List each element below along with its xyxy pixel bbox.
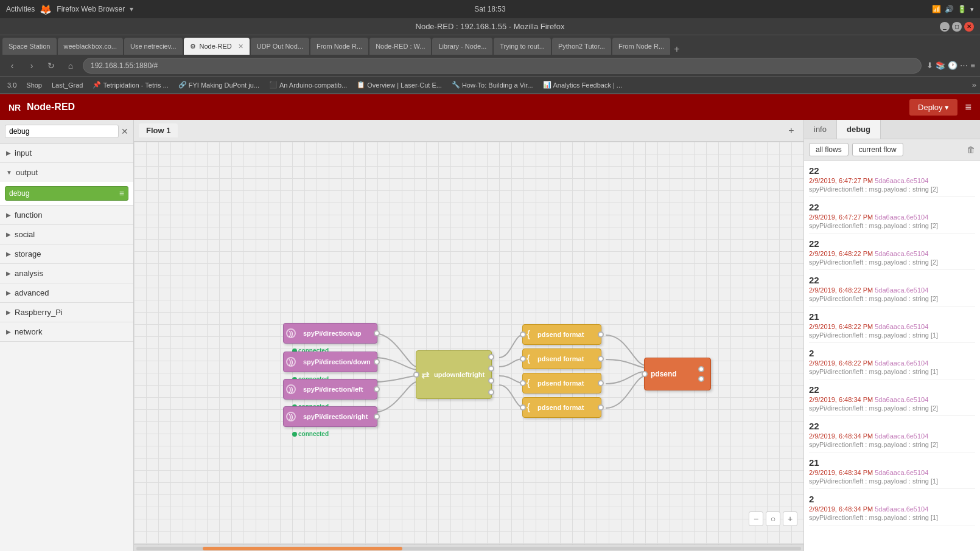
browser-tab-5[interactable]: From Node R... [310, 38, 368, 55]
close-button[interactable]: ✕ [964, 22, 974, 32]
node-mqtt1[interactable]: )) spyPi/direction/up connected [283, 323, 377, 344]
system-settings-icon[interactable]: ▾ [970, 5, 974, 13]
deploy-button[interactable]: Deploy ▾ [909, 99, 957, 116]
browser-tab-9[interactable]: Python2 Tutor... [552, 38, 611, 55]
browser-tab-4[interactable]: UDP Out Nod... [251, 38, 309, 55]
category-advanced-header[interactable]: ▶ advanced [0, 283, 133, 302]
bookmark-1[interactable]: Shop [23, 78, 46, 92]
node-func1[interactable]: { pdsend format [522, 324, 601, 345]
nr-title: Node-RED [27, 102, 75, 113]
search-clear-button[interactable]: ✕ [121, 126, 128, 136]
browser-tab-6[interactable]: Node-RED : W... [369, 38, 431, 55]
zoom-fit-button[interactable]: ○ [766, 511, 780, 526]
category-analysis-header[interactable]: ▶ analysis [0, 264, 133, 283]
filter-current-flow-button[interactable]: current flow [852, 143, 903, 156]
tab-info[interactable]: info [804, 120, 837, 139]
browser-tab-10[interactable]: From Node R... [612, 38, 670, 55]
activities-label[interactable]: Activities [6, 5, 35, 13]
category-raspberry-pi-header[interactable]: ▶ Raspberry_Pi [0, 303, 133, 322]
node-func3[interactable]: { pdsend format [522, 373, 601, 393]
tab-debug-label: debug [847, 125, 870, 134]
new-tab-button[interactable]: + [671, 44, 682, 55]
node-func4[interactable]: { pdsend format [522, 397, 601, 418]
debug-msg-9-value: 2 [809, 494, 975, 504]
bookmarks-more-icon[interactable]: » [972, 80, 976, 89]
back-button[interactable]: ‹ [5, 58, 19, 73]
tab-label-5: From Node R... [317, 43, 362, 50]
tab-close-3[interactable]: ✕ [238, 43, 243, 50]
category-storage-header[interactable]: ▶ storage [0, 244, 133, 263]
tab-label-10: From Node R... [618, 43, 664, 50]
bookmark-0[interactable]: 3.0 [4, 78, 20, 92]
add-flow-tab-button[interactable]: + [784, 123, 799, 138]
scrollbar-track[interactable] [136, 547, 801, 550]
category-function-header[interactable]: ▶ function [0, 206, 133, 224]
minimize-button[interactable]: _ [940, 22, 950, 32]
debug-msg-4-meta: 2/9/2019, 6:48:22 PM 5da6aaca.6e5104 [809, 323, 975, 330]
menu-icon[interactable]: ≡ [970, 61, 975, 70]
downloads-icon[interactable]: ⬇ [926, 61, 933, 70]
debug-msg-3-text: spyPi/direction/left : msg.payload : str… [809, 295, 975, 307]
debug-msg-9-meta: 2/9/2019, 6:48:34 PM 5da6aaca.6e5104 [809, 505, 975, 513]
debug-message-0: 22 2/9/2019, 6:47:27 PM 5da6aaca.6e5104 … [809, 165, 975, 197]
debug-message-5: 2 2/9/2019, 6:48:22 PM 5da6aaca.6e5104 s… [809, 348, 975, 379]
dropdown-icon[interactable]: ▾ [130, 5, 133, 13]
nr-search-area: ✕ [0, 120, 133, 144]
category-output-header[interactable]: ▼ output [0, 163, 133, 182]
category-advanced-arrow: ▶ [6, 289, 11, 296]
category-network-header[interactable]: ▶ network [0, 322, 133, 341]
node-switch1[interactable]: ⇄ updownleftright [416, 350, 492, 399]
bookmark-4[interactable]: 🔗 FYI Making DuPont ju... [175, 78, 263, 92]
debug-msg-1-value: 22 [809, 202, 975, 212]
nr-menu-button[interactable]: ≡ [962, 99, 974, 116]
tab-label-1: weeblackbox.co... [64, 43, 117, 50]
category-social-header[interactable]: ▶ social [0, 225, 133, 244]
func4-label: pdsend format [537, 404, 584, 411]
debug-msg-9-text: spyPi/direction/left : msg.payload : str… [809, 514, 975, 525]
nr-logo: NR Node-RED [6, 99, 75, 116]
bookmarks-icon[interactable]: 📚 [936, 61, 945, 70]
category-input-label: input [15, 148, 32, 158]
canvas-tab-flow1[interactable]: Flow 1 [139, 123, 178, 137]
forward-button[interactable]: › [24, 58, 39, 73]
browser-tab-0[interactable]: Space Station [2, 38, 57, 55]
maximize-button[interactable]: □ [952, 22, 962, 32]
bookmark-7[interactable]: 🔧 How-To: Building a Vir... [448, 78, 537, 92]
more-icon[interactable]: ⋯ [960, 61, 968, 70]
debug-node[interactable]: debug [5, 186, 128, 201]
debug-message-9: 2 2/9/2019, 6:48:34 PM 5da6aaca.6e5104 s… [809, 494, 975, 525]
mqtt4-connected-text: connected [298, 431, 329, 437]
scrollbar-thumb[interactable] [203, 547, 402, 550]
nr-canvas[interactable]: )) spyPi/direction/up connected )) spyPi… [134, 142, 803, 544]
browser-tab-1[interactable]: weeblackbox.co... [58, 38, 123, 55]
bookmark-6[interactable]: 📋 Overview | Laser-Cut E... [353, 78, 446, 92]
browser-tab-8[interactable]: Trying to rout... [494, 38, 551, 55]
bookmark-8[interactable]: 📊 Analytics Feedback | ... [539, 78, 626, 92]
history-icon[interactable]: 🕐 [948, 61, 957, 70]
address-input[interactable] [83, 58, 922, 74]
node-mqtt3[interactable]: )) spyPi/direction/left connected [283, 379, 377, 400]
filter-all-flows-button[interactable]: all flows [809, 143, 849, 156]
category-social: ▶ social [0, 225, 133, 244]
browser-tab-7[interactable]: Library - Node... [432, 38, 492, 55]
zoom-out-button[interactable]: − [749, 511, 763, 526]
debug-node-label: debug [9, 189, 29, 198]
search-input[interactable] [5, 125, 119, 138]
browser-tab-2[interactable]: Use netreciev... [124, 38, 183, 55]
node-pdsend1[interactable]: pdsend [644, 358, 711, 390]
bookmark-5[interactable]: ⬛ An Arduino-compatib... [265, 78, 351, 92]
reload-button[interactable]: ↻ [44, 58, 58, 73]
browser-tab-3[interactable]: ⚙ Node-RED ✕ [184, 38, 250, 55]
node-func2[interactable]: { pdsend format [522, 348, 601, 369]
node-mqtt4[interactable]: )) spyPi/direction/right connected [283, 406, 377, 427]
canvas-horizontal-scrollbar[interactable] [134, 544, 803, 551]
home-button[interactable]: ⌂ [63, 58, 78, 73]
bookmark-2[interactable]: Last_Grad [48, 78, 86, 92]
tab-debug[interactable]: debug [837, 120, 881, 139]
category-input-header[interactable]: ▶ input [0, 144, 133, 162]
clear-debug-button[interactable]: 🗑 [967, 145, 975, 154]
nr-canvas-tabs: Flow 1 + [134, 120, 803, 142]
zoom-in-button[interactable]: + [783, 511, 797, 526]
node-mqtt2[interactable]: )) spyPi/direction/down connected [283, 352, 377, 372]
bookmark-3[interactable]: 📌 Tetripidation - Tetris ... [89, 78, 172, 92]
